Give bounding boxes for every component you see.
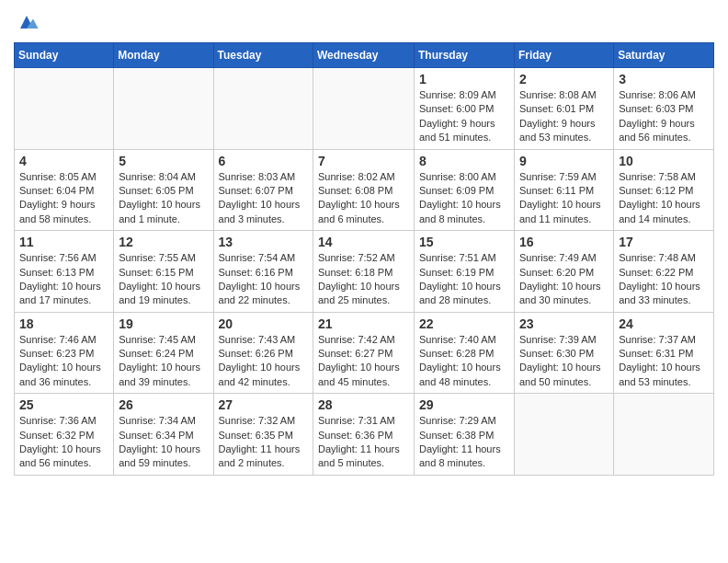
- day-info: Sunrise: 7:42 AMSunset: 6:27 PMDaylight:…: [318, 333, 409, 390]
- day-number: 6: [219, 154, 308, 168]
- day-info: Sunrise: 7:52 AMSunset: 6:18 PMDaylight:…: [318, 251, 409, 308]
- calendar-week-2: 4Sunrise: 8:05 AMSunset: 6:04 PMDaylight…: [15, 149, 714, 231]
- day-number: 23: [519, 316, 609, 331]
- day-info: Sunrise: 7:51 AMSunset: 6:19 PMDaylight:…: [419, 251, 509, 308]
- day-number: 17: [619, 235, 709, 249]
- day-number: 27: [219, 397, 308, 412]
- day-info: Sunrise: 7:36 AMSunset: 6:32 PMDaylight:…: [19, 414, 108, 471]
- day-number: 29: [419, 397, 509, 412]
- calendar-table: SundayMondayTuesdayWednesdayThursdayFrid…: [14, 42, 714, 476]
- day-number: 4: [19, 154, 108, 168]
- day-info: Sunrise: 7:56 AMSunset: 6:13 PMDaylight:…: [19, 251, 108, 308]
- day-info: Sunrise: 7:43 AMSunset: 6:26 PMDaylight:…: [219, 333, 308, 390]
- calendar-cell: 28Sunrise: 7:31 AMSunset: 6:36 PMDayligh…: [313, 394, 415, 476]
- calendar-cell: 21Sunrise: 7:42 AMSunset: 6:27 PMDayligh…: [313, 312, 415, 394]
- day-info: Sunrise: 7:46 AMSunset: 6:23 PMDaylight:…: [19, 333, 108, 390]
- day-info: Sunrise: 7:49 AMSunset: 6:20 PMDaylight:…: [519, 251, 609, 308]
- page-header: [14, 9, 714, 35]
- day-number: 2: [519, 72, 609, 86]
- day-number: 14: [318, 235, 409, 249]
- calendar-cell: 27Sunrise: 7:32 AMSunset: 6:35 PMDayligh…: [213, 394, 313, 476]
- calendar-cell: [313, 68, 415, 150]
- day-info: Sunrise: 8:02 AMSunset: 6:08 PMDaylight:…: [318, 170, 409, 227]
- calendar-cell: 29Sunrise: 7:29 AMSunset: 6:38 PMDayligh…: [414, 394, 514, 476]
- calendar-header-saturday: Saturday: [614, 43, 714, 68]
- day-number: 11: [19, 235, 108, 249]
- calendar-cell: 8Sunrise: 8:00 AMSunset: 6:09 PMDaylight…: [414, 149, 514, 231]
- day-number: 1: [419, 72, 509, 86]
- day-info: Sunrise: 8:08 AMSunset: 6:01 PMDaylight:…: [519, 88, 609, 145]
- day-info: Sunrise: 7:48 AMSunset: 6:22 PMDaylight:…: [619, 251, 709, 308]
- calendar-week-5: 25Sunrise: 7:36 AMSunset: 6:32 PMDayligh…: [15, 394, 714, 476]
- calendar-cell: 9Sunrise: 7:59 AMSunset: 6:11 PMDaylight…: [514, 149, 613, 231]
- day-info: Sunrise: 7:32 AMSunset: 6:35 PMDaylight:…: [219, 414, 308, 471]
- day-info: Sunrise: 8:00 AMSunset: 6:09 PMDaylight:…: [419, 170, 509, 227]
- day-number: 3: [619, 72, 709, 86]
- calendar-cell: [213, 68, 313, 150]
- day-number: 8: [419, 154, 509, 168]
- calendar-cell: [514, 394, 613, 476]
- day-number: 20: [219, 316, 308, 331]
- calendar-header-row: SundayMondayTuesdayWednesdayThursdayFrid…: [15, 43, 714, 68]
- calendar-cell: 18Sunrise: 7:46 AMSunset: 6:23 PMDayligh…: [15, 312, 114, 394]
- day-number: 10: [619, 154, 709, 168]
- calendar-header-wednesday: Wednesday: [313, 43, 415, 68]
- day-number: 26: [119, 397, 208, 412]
- calendar-cell: 20Sunrise: 7:43 AMSunset: 6:26 PMDayligh…: [213, 312, 313, 394]
- day-number: 18: [19, 316, 108, 331]
- calendar-week-1: 1Sunrise: 8:09 AMSunset: 6:00 PMDaylight…: [15, 68, 714, 150]
- calendar-header-tuesday: Tuesday: [213, 43, 313, 68]
- day-number: 12: [119, 235, 208, 249]
- day-info: Sunrise: 7:54 AMSunset: 6:16 PMDaylight:…: [219, 251, 308, 308]
- calendar-header-monday: Monday: [114, 43, 213, 68]
- calendar-cell: [15, 68, 114, 150]
- calendar-header-thursday: Thursday: [414, 43, 514, 68]
- calendar-cell: 17Sunrise: 7:48 AMSunset: 6:22 PMDayligh…: [614, 231, 714, 313]
- day-info: Sunrise: 8:03 AMSunset: 6:07 PMDaylight:…: [219, 170, 308, 227]
- day-number: 21: [318, 316, 409, 331]
- calendar-cell: 6Sunrise: 8:03 AMSunset: 6:07 PMDaylight…: [213, 149, 313, 231]
- calendar-cell: 10Sunrise: 7:58 AMSunset: 6:12 PMDayligh…: [614, 149, 714, 231]
- calendar-cell: 23Sunrise: 7:39 AMSunset: 6:30 PMDayligh…: [514, 312, 613, 394]
- calendar-cell: 14Sunrise: 7:52 AMSunset: 6:18 PMDayligh…: [313, 231, 415, 313]
- calendar-cell: 24Sunrise: 7:37 AMSunset: 6:31 PMDayligh…: [614, 312, 714, 394]
- day-info: Sunrise: 7:29 AMSunset: 6:38 PMDaylight:…: [419, 414, 509, 471]
- calendar-cell: 22Sunrise: 7:40 AMSunset: 6:28 PMDayligh…: [414, 312, 514, 394]
- day-info: Sunrise: 8:04 AMSunset: 6:05 PMDaylight:…: [119, 170, 208, 227]
- calendar-cell: [114, 68, 213, 150]
- calendar-cell: 26Sunrise: 7:34 AMSunset: 6:34 PMDayligh…: [114, 394, 213, 476]
- day-info: Sunrise: 8:06 AMSunset: 6:03 PMDaylight:…: [619, 88, 709, 145]
- calendar-cell: 1Sunrise: 8:09 AMSunset: 6:00 PMDaylight…: [414, 68, 514, 150]
- day-number: 5: [119, 154, 208, 168]
- calendar-cell: 2Sunrise: 8:08 AMSunset: 6:01 PMDaylight…: [514, 68, 613, 150]
- calendar-cell: 11Sunrise: 7:56 AMSunset: 6:13 PMDayligh…: [15, 231, 114, 313]
- calendar-cell: 25Sunrise: 7:36 AMSunset: 6:32 PMDayligh…: [15, 394, 114, 476]
- day-number: 19: [119, 316, 208, 331]
- calendar-week-3: 11Sunrise: 7:56 AMSunset: 6:13 PMDayligh…: [15, 231, 714, 313]
- day-info: Sunrise: 8:09 AMSunset: 6:00 PMDaylight:…: [419, 88, 509, 145]
- day-number: 28: [318, 397, 409, 412]
- day-number: 22: [419, 316, 509, 331]
- calendar-week-4: 18Sunrise: 7:46 AMSunset: 6:23 PMDayligh…: [15, 312, 714, 394]
- calendar-cell: 4Sunrise: 8:05 AMSunset: 6:04 PMDaylight…: [15, 149, 114, 231]
- calendar-cell: 5Sunrise: 8:04 AMSunset: 6:05 PMDaylight…: [114, 149, 213, 231]
- day-number: 24: [619, 316, 709, 331]
- day-info: Sunrise: 7:59 AMSunset: 6:11 PMDaylight:…: [519, 170, 609, 227]
- calendar-cell: [614, 394, 714, 476]
- calendar-cell: 3Sunrise: 8:06 AMSunset: 6:03 PMDaylight…: [614, 68, 714, 150]
- day-info: Sunrise: 7:55 AMSunset: 6:15 PMDaylight:…: [119, 251, 208, 308]
- day-info: Sunrise: 7:45 AMSunset: 6:24 PMDaylight:…: [119, 333, 208, 390]
- calendar-header-friday: Friday: [514, 43, 613, 68]
- calendar-cell: 19Sunrise: 7:45 AMSunset: 6:24 PMDayligh…: [114, 312, 213, 394]
- day-info: Sunrise: 7:31 AMSunset: 6:36 PMDaylight:…: [318, 414, 409, 471]
- calendar-cell: 16Sunrise: 7:49 AMSunset: 6:20 PMDayligh…: [514, 231, 613, 313]
- day-info: Sunrise: 7:58 AMSunset: 6:12 PMDaylight:…: [619, 170, 709, 227]
- day-info: Sunrise: 7:39 AMSunset: 6:30 PMDaylight:…: [519, 333, 609, 390]
- calendar-cell: 12Sunrise: 7:55 AMSunset: 6:15 PMDayligh…: [114, 231, 213, 313]
- day-info: Sunrise: 8:05 AMSunset: 6:04 PMDaylight:…: [19, 170, 108, 227]
- day-number: 16: [519, 235, 609, 249]
- day-number: 9: [519, 154, 609, 168]
- day-info: Sunrise: 7:40 AMSunset: 6:28 PMDaylight:…: [419, 333, 509, 390]
- day-info: Sunrise: 7:37 AMSunset: 6:31 PMDaylight:…: [619, 333, 709, 390]
- day-info: Sunrise: 7:34 AMSunset: 6:34 PMDaylight:…: [119, 414, 208, 471]
